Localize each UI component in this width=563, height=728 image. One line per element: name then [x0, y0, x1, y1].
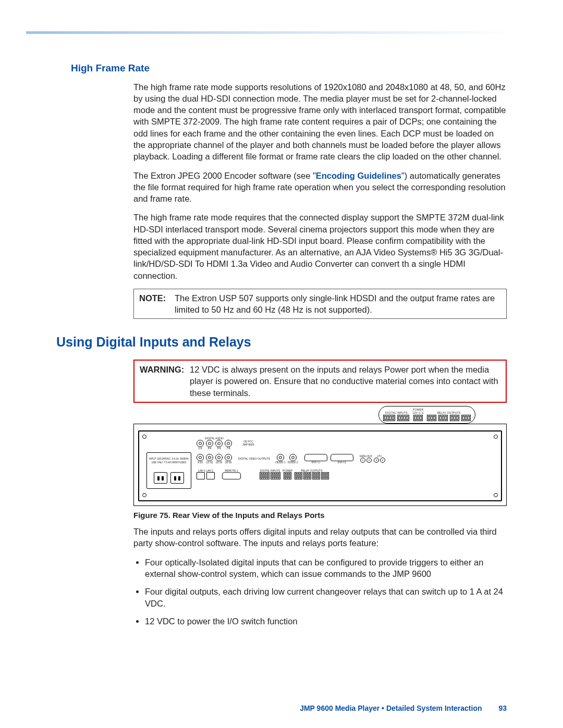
pair-label: 3-4 — [207, 447, 211, 450]
bnc-connector-icon — [366, 458, 372, 463]
db9-connector-icon — [222, 473, 241, 480]
encoding-guidelines-link[interactable]: Encoding Guidelines — [316, 171, 401, 180]
bnc-connector-icon — [374, 458, 379, 463]
bnc-connector-icon — [225, 454, 232, 461]
pair-label: 9-10 — [198, 461, 203, 464]
pair-label: 15-16 — [225, 461, 232, 464]
bnc-connector-icon — [215, 454, 223, 461]
screw-icon — [494, 493, 498, 497]
figure-rear-panel: INPUT: 100-240VAC, 3.4-1A, 50/60Hz USE O… — [133, 424, 507, 506]
callout-bubble: DIGITAL INPUTS POWER 12V G G RELAY OUTPU… — [378, 406, 475, 424]
dvi-label: DVI-I 2 — [338, 461, 346, 464]
list-item: Four digital outputs, each driving low c… — [145, 586, 507, 609]
page-footer: JMP 9600 Media Player • Detailed System … — [0, 704, 507, 713]
bnc-connector-icon — [206, 454, 213, 461]
screw-icon — [494, 435, 498, 439]
heading-using-digital-inputs: Using Digital Inputs and Relays — [56, 334, 507, 351]
note-text: The Extron USP 507 supports only single-… — [175, 292, 501, 316]
bnc-connector-icon — [289, 454, 297, 461]
pair-label: 5-6 — [217, 447, 221, 450]
pair-label: 1-2 — [198, 447, 202, 450]
warning-text: 12 VDC is always present on the inputs a… — [190, 364, 500, 399]
figure-number: Figure 75. — [133, 511, 170, 520]
warning-box: WARNING: 12 VDC is always present on the… — [133, 360, 507, 403]
dvi-connector-icon — [304, 454, 327, 462]
hfr-paragraph-1: The high frame rate mode supports resolu… — [133, 81, 507, 163]
bnc-connector-icon — [360, 458, 365, 463]
hdsdi-label: HDSDI 2 — [288, 461, 298, 464]
list-item: Four optically-Isolated digital inputs t… — [145, 557, 507, 580]
hdsdi-label: HDSDI 1 — [275, 461, 286, 464]
rj45-icon — [197, 472, 205, 479]
power-input-block: INPUT: 100-240VAC, 3.4-1A, 50/60Hz USE O… — [146, 452, 191, 489]
screw-icon — [142, 493, 146, 497]
bnc-connector-icon — [277, 454, 284, 461]
callout-power-sub: 12V G G — [412, 412, 424, 414]
power-spec-label: INPUT: 100-240VAC, 3.4-1A, 50/60Hz USE O… — [148, 458, 190, 464]
callout-digital-inputs-label: DIGITAL INPUTS — [385, 412, 408, 414]
relay-terminal-block: DIGITAL INPUTS POWER RELAY OUTPUTS — [260, 470, 329, 479]
figure-title: Rear View of the Inputs and Relays Ports — [170, 511, 325, 520]
dvi-connector-icon — [330, 454, 353, 462]
iec-inlet-icon — [170, 472, 184, 484]
dvo-label: DIGITAL VIDEO OUTPUTS — [238, 458, 270, 460]
rj45-icon — [206, 472, 215, 479]
callout-relay-outputs-label: RELAY OUTPUTS — [437, 412, 460, 414]
dvi-label: DVI-I 1 — [312, 461, 320, 464]
hfr-p2-pre: The Extron JPEG 2000 Encoder software (s… — [133, 171, 316, 180]
bnc-connector-icon — [206, 440, 213, 447]
page-number: 93 — [498, 704, 507, 712]
page: High Frame Rate The high frame rate mode… — [0, 0, 563, 728]
relay-intro: The inputs and relays ports offers digit… — [133, 526, 507, 549]
pair-label: 13-14 — [216, 461, 223, 464]
bnc-connector-icon — [197, 454, 204, 461]
screw-icon — [142, 435, 146, 439]
hfr-paragraph-3: The high frame rate mode requires that t… — [133, 212, 507, 281]
bnc-connector-icon — [197, 440, 204, 447]
hfr-paragraph-2: The Extron JPEG 2000 Encoder software (s… — [133, 170, 507, 205]
pair-label: 7-8 — [226, 447, 230, 450]
figure-caption: Figure 75. Rear View of the Inputs and R… — [133, 510, 507, 521]
heading-high-frame-rate: High Frame Rate — [71, 61, 507, 75]
bnc-connector-icon — [380, 458, 385, 463]
note-label: NOTE: — [139, 292, 175, 316]
relay-bullet-list: Four optically-Isolated digital inputs t… — [145, 557, 507, 627]
warning-label: WARNING: — [140, 364, 190, 399]
iec-inlet-icon — [154, 472, 167, 484]
header-gradient-bar — [26, 31, 521, 34]
relay-body: WARNING: 12 VDC is always present on the… — [133, 360, 507, 627]
model-label: JMP 9600 — [242, 443, 254, 446]
rear-panel-diagram: INPUT: 100-240VAC, 3.4-1A, 50/60Hz USE O… — [138, 430, 502, 501]
hfr-body: The high frame rate mode supports resolu… — [133, 81, 507, 319]
list-item: 12 VDC to power the I/O switch function — [145, 615, 507, 627]
note-box: NOTE: The Extron USP 507 supports only s… — [133, 289, 507, 319]
footer-text: JMP 9600 Media Player • Detailed System … — [300, 704, 482, 712]
pair-label: 11-12 — [206, 461, 213, 464]
bnc-connector-icon — [215, 440, 223, 447]
bnc-connector-icon — [225, 440, 232, 447]
